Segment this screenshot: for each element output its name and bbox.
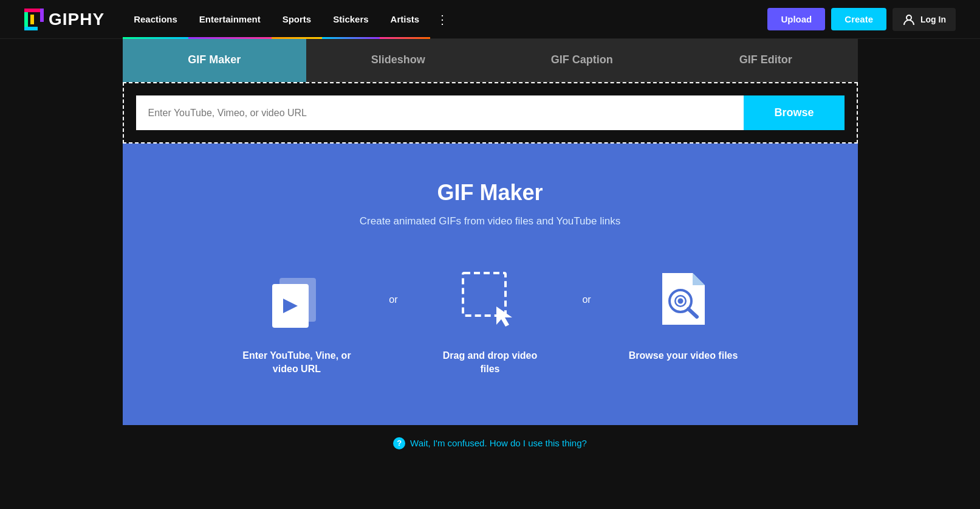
option-browse[interactable]: Browse your video files: [603, 264, 764, 362]
help-text: Wait, I'm confused. How do I use this th…: [410, 438, 587, 448]
url-icon-area: [260, 264, 333, 337]
url-input[interactable]: [136, 95, 744, 130]
help-link[interactable]: ? Wait, I'm confused. How do I use this …: [393, 437, 587, 449]
hero-subtitle: Create animated GIFs from video files an…: [147, 215, 834, 227]
drag-icon-area: [454, 264, 527, 337]
nav-stickers[interactable]: Stickers: [322, 0, 379, 39]
svg-marker-10: [496, 306, 512, 327]
url-input-row: Browse: [136, 95, 845, 130]
upload-button[interactable]: Upload: [767, 8, 825, 30]
login-area[interactable]: Log In: [893, 8, 956, 31]
nav-right: Upload Create Log In: [767, 8, 956, 31]
browse-option-label: Browse your video files: [629, 349, 738, 362]
drag-drop-icon: [457, 267, 524, 334]
url-option-label: Enter YouTube, Vine, or video URL: [242, 349, 351, 376]
options-row: Enter YouTube, Vine, or video URL or Dra…: [217, 264, 764, 376]
tab-gif-maker[interactable]: GIF Maker: [123, 39, 307, 82]
tabs-container: GIF Maker Slideshow GIF Caption GIF Edit…: [123, 39, 858, 82]
url-drop-area: Browse: [123, 82, 858, 144]
nav-sports[interactable]: Sports: [272, 0, 323, 39]
blue-hero-section: GIF Maker Create animated GIFs from vide…: [123, 144, 858, 425]
hero-title: GIF Maker: [147, 180, 834, 206]
tab-slideshow[interactable]: Slideshow: [306, 39, 490, 82]
svg-rect-4: [30, 15, 34, 24]
nav-entertainment[interactable]: Entertainment: [188, 0, 272, 39]
browse-files-icon: [653, 267, 714, 334]
drag-option-label: Drag and drop video files: [436, 349, 545, 376]
video-url-icon: [266, 267, 327, 334]
option-drag[interactable]: Drag and drop video files: [410, 264, 571, 376]
browse-button[interactable]: Browse: [744, 95, 844, 130]
or-separator-2: or: [570, 294, 603, 305]
svg-rect-2: [40, 9, 44, 22]
or-separator-1: or: [377, 294, 409, 305]
logo-link[interactable]: GIPHY: [24, 9, 105, 30]
login-text: Log In: [920, 15, 946, 24]
user-icon: [902, 13, 916, 26]
tab-gif-editor[interactable]: GIF Editor: [674, 39, 858, 82]
browse-icon-area: [647, 264, 720, 337]
more-menu-icon[interactable]: ⋮: [430, 12, 454, 27]
tab-gif-caption[interactable]: GIF Caption: [490, 39, 674, 82]
nav-reactions[interactable]: Reactions: [123, 0, 188, 39]
main-content: GIF Maker Slideshow GIF Caption GIF Edit…: [111, 39, 870, 425]
nav-links: Reactions Entertainment Sports Stickers …: [123, 0, 767, 39]
nav-artists[interactable]: Artists: [380, 0, 431, 39]
svg-rect-3: [24, 27, 38, 30]
help-footer: ? Wait, I'm confused. How do I use this …: [0, 425, 980, 462]
giphy-logo-icon: [24, 9, 44, 30]
svg-point-5: [906, 15, 911, 20]
create-button[interactable]: Create: [831, 8, 886, 30]
help-icon: ?: [393, 437, 405, 449]
logo-text: GIPHY: [49, 10, 105, 29]
option-url: Enter YouTube, Vine, or video URL: [217, 264, 377, 376]
navbar: GIPHY Reactions Entertainment Sports Sti…: [0, 0, 980, 39]
